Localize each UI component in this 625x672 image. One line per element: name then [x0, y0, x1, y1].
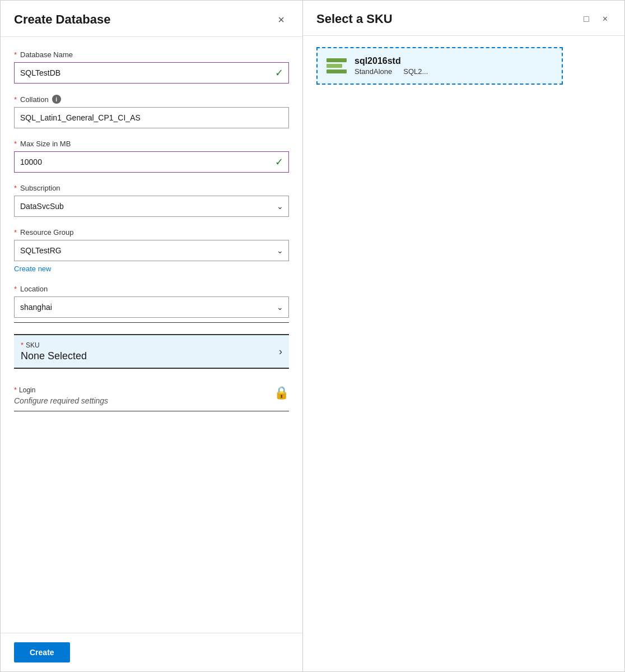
max-size-field-group: * Max Size in MB ✓	[14, 140, 289, 173]
collation-input-wrapper	[14, 107, 289, 128]
create-new-resource-group-link[interactable]: Create new	[14, 265, 51, 273]
sku-required-star: *	[21, 341, 24, 349]
sku-chevron-right-icon: ›	[279, 346, 282, 358]
login-field-group: * Login Configure required settings 🔒	[14, 380, 289, 411]
database-name-label: * Database Name	[14, 50, 289, 59]
sku-detail-version: SQL2...	[403, 67, 428, 76]
database-name-required-star: *	[14, 50, 17, 59]
right-panel-header: Select a SKU □ ×	[303, 1, 624, 36]
resource-group-required-star: *	[14, 228, 17, 237]
database-name-field-group: * Database Name ✓	[14, 50, 289, 84]
login-field-content: * Login Configure required settings	[14, 386, 108, 405]
sku-item-details: StandAlone SQL2...	[355, 67, 553, 76]
collation-input[interactable]	[14, 107, 289, 128]
subscription-field-group: * Subscription DataSvcSub ⌄	[14, 184, 289, 217]
resource-group-select-wrapper: SQLTestRG ⌄	[14, 240, 289, 261]
sku-list-item[interactable]: sql2016std StandAlone SQL2...	[316, 47, 563, 85]
right-panel-body: sql2016std StandAlone SQL2...	[303, 36, 624, 671]
max-size-input[interactable]	[14, 151, 289, 173]
collation-info-icon[interactable]: i	[52, 95, 61, 104]
resource-group-label: * Resource Group	[14, 228, 289, 237]
database-name-input-wrapper: ✓	[14, 62, 289, 84]
resource-group-field-group: * Resource Group SQLTestRG ⌄ Create new	[14, 228, 289, 274]
location-label: * Location	[14, 285, 289, 293]
collation-required-star: *	[14, 95, 17, 104]
right-panel-title: Select a SKU	[316, 12, 393, 26]
left-panel-close-button[interactable]: ×	[273, 12, 289, 27]
subscription-select[interactable]: DataSvcSub	[14, 196, 289, 217]
create-button[interactable]: Create	[14, 642, 70, 662]
sku-value: None Selected	[21, 350, 87, 362]
location-field-group: * Location shanghai ⌄	[14, 285, 289, 323]
login-required-star: *	[14, 386, 17, 394]
location-required-star: *	[14, 285, 17, 293]
login-label: * Login	[14, 386, 108, 394]
subscription-select-wrapper: DataSvcSub ⌄	[14, 196, 289, 217]
subscription-label: * Subscription	[14, 184, 289, 192]
location-select-wrapper: shanghai ⌄	[14, 296, 289, 318]
database-name-input[interactable]	[14, 62, 289, 84]
left-panel-body: * Database Name ✓ * Collation i	[1, 37, 302, 633]
database-name-checkmark: ✓	[275, 67, 283, 79]
sku-item-name: sql2016std	[355, 56, 553, 66]
sku-field-group: * SKU None Selected ›	[14, 334, 289, 369]
right-panel-actions: □ ×	[580, 12, 611, 26]
lock-icon: 🔒	[274, 386, 289, 400]
maximize-button[interactable]: □	[580, 12, 593, 26]
collation-field-group: * Collation i	[14, 95, 289, 128]
collation-label: * Collation i	[14, 95, 289, 104]
sku-detail-standalone: StandAlone	[355, 67, 392, 76]
subscription-required-star: *	[14, 184, 17, 192]
max-size-label: * Max Size in MB	[14, 140, 289, 148]
sku-blade-content: * SKU None Selected	[21, 341, 87, 362]
sku-blade-field[interactable]: * SKU None Selected ›	[14, 334, 289, 369]
login-field: * Login Configure required settings 🔒	[14, 380, 289, 411]
login-placeholder: Configure required settings	[14, 396, 108, 405]
resource-group-select[interactable]: SQLTestRG	[14, 240, 289, 261]
left-panel-header: Create Database ×	[1, 1, 302, 37]
sku-field-label: * SKU	[21, 341, 87, 349]
sku-item-info: sql2016std StandAlone SQL2...	[355, 56, 553, 76]
left-panel-footer: Create	[1, 633, 302, 671]
sku-bar-1	[327, 58, 347, 62]
create-database-panel: Create Database × * Database Name ✓ * Co	[1, 1, 303, 671]
left-panel-title: Create Database	[14, 12, 110, 27]
location-select[interactable]: shanghai	[14, 296, 289, 318]
max-size-checkmark: ✓	[275, 156, 283, 168]
sku-bar-3	[327, 69, 347, 73]
select-sku-panel: Select a SKU □ × sql2016std StandAlone S	[303, 1, 624, 671]
max-size-input-wrapper: ✓	[14, 151, 289, 173]
sku-item-icon	[327, 58, 347, 73]
sku-bar-2	[327, 64, 342, 68]
right-panel-close-button[interactable]: ×	[599, 12, 611, 26]
max-size-required-star: *	[14, 140, 17, 148]
